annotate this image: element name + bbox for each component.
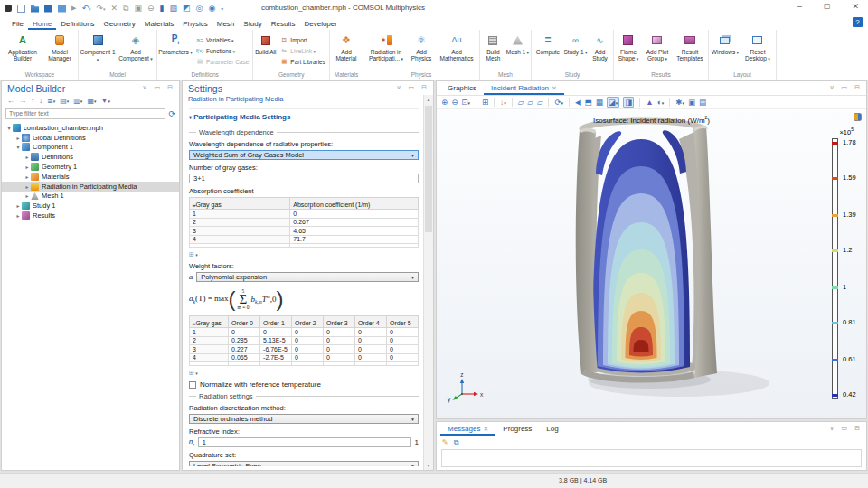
panel-controls[interactable]: ∨ ▭ ⊟	[830, 84, 863, 91]
cell-value[interactable]: 0	[292, 328, 324, 337]
tab-log[interactable]: Log	[539, 423, 565, 436]
redo-icon[interactable]: ↷▾	[96, 4, 105, 13]
menu-physics[interactable]: Physics	[178, 19, 212, 30]
cell-value[interactable]: -6.76E-5	[260, 345, 292, 354]
radiation-button[interactable]: ✶Radiation in Participati...	[364, 30, 408, 70]
tree-caret[interactable]: ▸	[24, 164, 31, 170]
tree-caret[interactable]: ▸	[24, 174, 31, 180]
help-button[interactable]: ?	[853, 17, 863, 27]
section-participating-media[interactable]: ▾ Participating Media Settings	[189, 108, 419, 125]
collapse-icon[interactable]: ≣▾	[47, 97, 55, 105]
tree-caret[interactable]: ▾	[5, 125, 13, 131]
close-tab-icon[interactable]: ✕	[552, 85, 557, 91]
cell-value[interactable]: 0.065	[229, 353, 260, 362]
column-header[interactable]: Absorption coefficient (1/m)	[290, 198, 419, 210]
column-header[interactable]: Order 0	[229, 316, 260, 328]
grid-icon[interactable]: ▦	[596, 98, 603, 107]
discretization-dropdown[interactable]: Discrete ordinates method▼	[189, 414, 419, 424]
close-tab-icon[interactable]: ✕	[483, 426, 488, 432]
tree-caret[interactable]: ▸	[14, 202, 22, 209]
refresh-icon[interactable]: ⟳	[168, 109, 175, 118]
tree-caret[interactable]: ▸	[14, 212, 22, 219]
part-libraries-button[interactable]: ▦Part Libraries	[277, 56, 328, 67]
cell-value[interactable]: 0.267	[290, 218, 419, 227]
cell-value[interactable]: 5.13E-5	[260, 336, 292, 345]
column-header[interactable]: Order 5	[386, 316, 418, 328]
normalize-checkbox[interactable]	[189, 381, 196, 389]
messages-content[interactable]	[441, 449, 862, 467]
device-icon[interactable]: ▮	[160, 4, 165, 13]
close-button[interactable]: ✕	[852, 2, 859, 11]
up-icon[interactable]: ↑	[31, 97, 34, 105]
study-1-button[interactable]: ∞Study 1	[563, 30, 588, 70]
view-zx-icon[interactable]: ▱	[537, 98, 543, 107]
zoom-box-qat-icon[interactable]: ◉	[208, 4, 215, 13]
cell-value[interactable]: 0	[324, 345, 355, 354]
build-all-button[interactable]: Build All	[254, 30, 277, 70]
qat-more-icon[interactable]: ▾	[221, 5, 223, 12]
view-xy-icon[interactable]: ▱	[518, 98, 524, 107]
tree-caret[interactable]: ▸	[24, 183, 31, 190]
filter-icon[interactable]: ▼▾	[100, 97, 109, 105]
cell-value[interactable]: 0	[292, 345, 324, 354]
save-icon[interactable]	[44, 5, 52, 13]
tab-incident-radiation[interactable]: Incident Radiation✕	[484, 82, 564, 95]
filter-input[interactable]	[5, 108, 165, 119]
reset-desktop-button[interactable]: Reset Desktop	[741, 30, 775, 70]
tab-graphics[interactable]: Graphics	[440, 82, 484, 95]
cell-value[interactable]: 0	[386, 336, 418, 345]
column-header[interactable]: Order 4	[354, 316, 386, 328]
zoom-in-icon[interactable]: ⊕	[441, 98, 448, 107]
column-header[interactable]: Order 2	[292, 316, 324, 328]
zoom-extents-icon[interactable]: ⊞	[482, 98, 488, 107]
cell-value[interactable]: 0	[290, 210, 419, 219]
menu-results[interactable]: Results	[267, 19, 300, 30]
add-component-button[interactable]: ◈Add Component	[116, 30, 156, 70]
sound-icon[interactable]: ◀	[575, 98, 581, 107]
tree-caret[interactable]: ▸	[14, 135, 22, 141]
add-mathematics-button[interactable]: ΔuAdd Mathematics	[435, 30, 478, 70]
model-manager-button[interactable]: Model Manager	[42, 30, 77, 70]
down-icon[interactable]: ↓	[39, 97, 42, 105]
menu-file[interactable]: File	[7, 19, 28, 30]
delete-icon[interactable]: ⊖	[147, 4, 155, 13]
scene-icon[interactable]: ⬒	[585, 98, 592, 107]
tab-messages[interactable]: Messages✕	[440, 423, 495, 436]
cell-value[interactable]: 0.227	[229, 345, 260, 354]
tree-item-radiation-in-participating-media[interactable]: ▸Radiation in Participating Media	[2, 182, 179, 192]
import-button[interactable]: ⊡Import	[277, 34, 328, 45]
windows-button[interactable]: Windows	[710, 30, 741, 70]
cell-value[interactable]: 0	[229, 328, 260, 337]
tree-caret[interactable]: ▸	[24, 154, 31, 160]
forward-icon[interactable]: →	[19, 97, 26, 105]
livelink-button[interactable]: ⇆LiveLink	[277, 45, 328, 56]
plot-area[interactable]: zxy Isosurface: Incident radiation (W/m2…	[437, 110, 866, 418]
table-tools-icon[interactable]: ⊞	[189, 251, 419, 258]
panel-controls[interactable]: ∨ ▭ ⊟	[143, 84, 176, 91]
cell-value[interactable]: 0	[386, 345, 418, 354]
column-header[interactable]: Order 1	[260, 316, 292, 328]
lock-icon[interactable]: ▲	[646, 98, 653, 107]
sort-icon[interactable]: ▥▾	[73, 97, 82, 105]
tree-item-study-1[interactable]: ▸Study 1	[2, 201, 179, 211]
zoom-box-icon[interactable]: ⊡▾	[461, 98, 470, 107]
back-icon[interactable]: ←	[7, 97, 14, 105]
copy-icon[interactable]: ⧉	[123, 4, 128, 14]
cell-value[interactable]: -2.7E-5	[260, 353, 292, 362]
snapshot-icon[interactable]: ▣	[688, 98, 695, 107]
go-to-view-icon[interactable]: ↓▾	[500, 98, 506, 107]
show-icon[interactable]: ▤▾	[60, 97, 69, 105]
cell-value[interactable]: 0	[386, 353, 418, 362]
transparency-icon[interactable]: ◪▾	[607, 97, 620, 108]
panel-controls[interactable]: ∨ ▭ ⊟	[397, 84, 430, 91]
component-1-button[interactable]: Component 1	[80, 30, 116, 70]
rotate-icon[interactable]: ⟳▾	[554, 98, 563, 107]
tab-progress[interactable]: Progress	[495, 423, 539, 436]
column-header[interactable]: Order 3	[324, 316, 355, 328]
undo-icon[interactable]: ↶▾	[81, 4, 90, 13]
cell-value[interactable]: 0	[324, 328, 355, 337]
cell-value[interactable]: 0	[324, 353, 355, 362]
tree-item-global-definitions[interactable]: ▸Global Definitions	[2, 133, 179, 143]
cell-value[interactable]: 0	[354, 345, 386, 354]
save-as-icon[interactable]	[58, 5, 66, 13]
